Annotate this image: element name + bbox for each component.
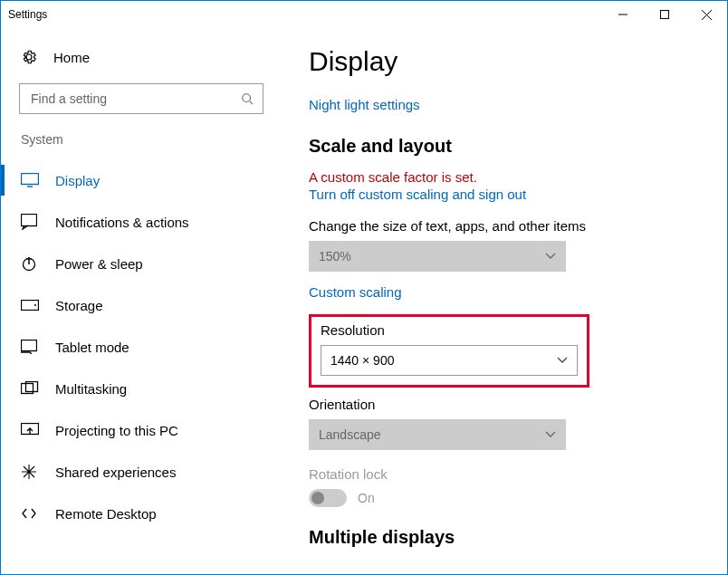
svg-point-6: [34, 304, 36, 306]
search-input[interactable]: [19, 83, 263, 114]
tablet-icon: [21, 340, 43, 354]
sidebar-item-label: Tablet mode: [55, 340, 129, 355]
rotation-lock-label: Rotation lock: [309, 466, 709, 482]
search-icon: [241, 92, 254, 105]
settings-window: Settings Home Sy: [0, 0, 728, 575]
power-icon: [21, 255, 43, 272]
svg-rect-3: [22, 215, 37, 226]
rotation-lock-toggle-row: On: [309, 489, 709, 507]
sidebar-item-remote[interactable]: Remote Desktop: [1, 493, 282, 534]
sidebar: Home System Display: [1, 28, 282, 574]
svg-rect-7: [22, 340, 37, 351]
sidebar-item-storage[interactable]: Storage: [1, 284, 282, 326]
shared-icon: [21, 464, 43, 480]
sidebar-item-label: Power & sleep: [55, 256, 143, 272]
multiple-displays-heading: Multiple displays: [309, 527, 709, 548]
sidebar-item-projecting[interactable]: Projecting to this PC: [1, 409, 282, 451]
scale-value: 150%: [319, 249, 351, 264]
remote-icon: [21, 505, 43, 522]
sidebar-section-label: System: [1, 132, 282, 152]
chevron-down-icon: [545, 253, 556, 260]
sidebar-item-label: Display: [55, 173, 100, 188]
scale-dropdown: 150%: [309, 241, 566, 272]
night-light-link[interactable]: Night light settings: [309, 97, 709, 112]
custom-scale-warning: A custom scale factor is set.: [309, 169, 709, 185]
orientation-value: Landscape: [319, 427, 381, 442]
rotation-lock-toggle: [309, 489, 347, 507]
sidebar-item-tablet[interactable]: Tablet mode: [1, 326, 282, 368]
home-label: Home: [53, 50, 90, 65]
sidebar-item-label: Storage: [55, 298, 103, 313]
sidebar-item-multitasking[interactable]: Multitasking: [1, 368, 282, 409]
projecting-icon: [21, 423, 43, 437]
sidebar-item-display[interactable]: Display: [1, 159, 282, 201]
custom-scaling-link[interactable]: Custom scaling: [309, 284, 709, 300]
window-title: Settings: [8, 8, 47, 21]
sidebar-item-notifications[interactable]: Notifications & actions: [1, 201, 282, 243]
page-title: Display: [309, 46, 709, 77]
minimize-icon: [618, 10, 627, 19]
turn-off-scaling-link[interactable]: Turn off custom scaling and sign out: [309, 187, 709, 202]
maximize-icon: [660, 10, 669, 19]
scale-heading: Scale and layout: [309, 136, 709, 157]
sidebar-item-label: Projecting to this PC: [55, 423, 178, 438]
sidebar-item-power[interactable]: Power & sleep: [1, 243, 282, 284]
svg-point-1: [243, 94, 251, 102]
display-icon: [21, 173, 43, 187]
resolution-highlight: Resolution 1440 × 900: [309, 314, 589, 388]
sidebar-item-label: Multitasking: [55, 381, 127, 397]
main-content: Display Night light settings Scale and l…: [282, 28, 727, 574]
close-button[interactable]: [685, 1, 727, 28]
multitasking-icon: [21, 381, 43, 396]
orientation-label: Orientation: [309, 397, 709, 412]
orientation-dropdown: Landscape: [309, 419, 566, 450]
maximize-button[interactable]: [644, 1, 685, 28]
search-field[interactable]: [29, 91, 241, 107]
storage-icon: [21, 300, 43, 311]
sidebar-item-label: Notifications & actions: [55, 215, 189, 230]
resolution-label: Resolution: [321, 322, 578, 338]
resolution-dropdown[interactable]: 1440 × 900: [321, 345, 578, 376]
rotation-lock-state: On: [358, 491, 375, 505]
resolution-value: 1440 × 900: [330, 353, 394, 368]
gear-icon: [21, 49, 43, 65]
sidebar-item-shared[interactable]: Shared experiences: [1, 451, 282, 493]
titlebar: Settings: [1, 1, 727, 28]
sidebar-item-label: Shared experiences: [55, 465, 176, 480]
chevron-down-icon: [545, 431, 556, 438]
svg-rect-2: [22, 174, 39, 185]
svg-rect-0: [661, 11, 669, 19]
sidebar-item-label: Remote Desktop: [55, 506, 157, 522]
close-icon: [702, 10, 712, 20]
chevron-down-icon: [557, 357, 568, 364]
scale-label: Change the size of text, apps, and other…: [309, 218, 709, 234]
notifications-icon: [21, 214, 43, 230]
home-button[interactable]: Home: [1, 42, 282, 72]
minimize-button[interactable]: [602, 1, 644, 28]
